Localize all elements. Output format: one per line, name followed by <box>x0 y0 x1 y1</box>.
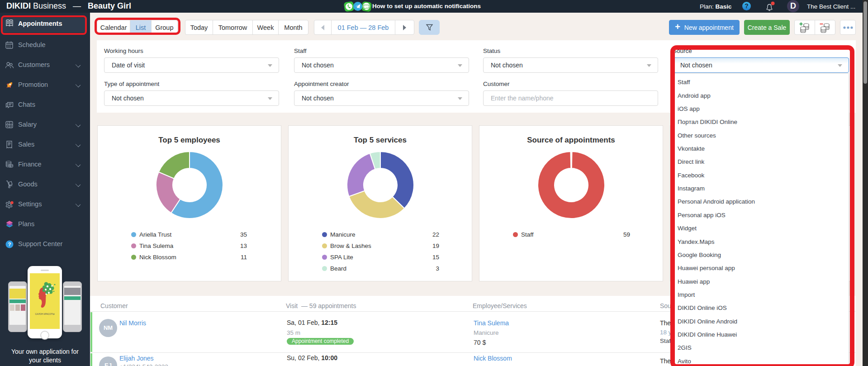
svg-text:?: ? <box>8 242 11 247</box>
svg-text:САЛОН КРАСОТЫ: САЛОН КРАСОТЫ <box>35 313 55 315</box>
